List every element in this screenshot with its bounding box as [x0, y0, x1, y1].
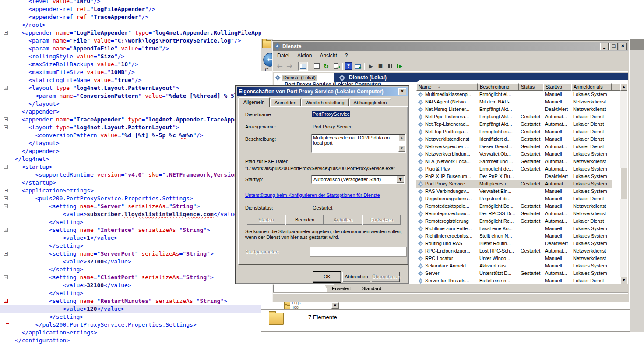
abbrechen-button[interactable]: Abbrechen	[342, 272, 370, 282]
scroll-down-icon[interactable]: ▼	[398, 145, 405, 152]
table-row[interactable]: Netzwerkspeicher-...Dieser Dienst...Gest…	[416, 143, 612, 150]
help-icon[interactable]	[345, 62, 352, 70]
table-cell	[519, 195, 543, 203]
dialog-titlebar[interactable]: Eigenschaften von Port Proxy Service (Lo…	[237, 87, 408, 96]
fold-toggle-icon[interactable]: -	[4, 299, 8, 303]
fold-toggle-icon[interactable]: -	[4, 117, 8, 121]
table-row[interactable]: ServerUnterstützt D...GestartetAutomat..…	[416, 270, 612, 277]
code-editor[interactable]: ------------ <level value="INFO"/><appen…	[0, 0, 261, 345]
table-row[interactable]: Richtlinie zum Entfe...Lässt eine Ko...M…	[416, 225, 612, 232]
scrollbar-thumb[interactable]	[620, 168, 627, 199]
combo-box[interactable]: ▼	[307, 302, 339, 309]
column-header-anmeldenals[interactable]: Anmelden als	[571, 83, 612, 91]
table-cell: Lokaler Dienst	[571, 135, 612, 143]
fold-toggle-icon[interactable]: -	[4, 165, 8, 169]
beenden-button[interactable]: Beenden	[285, 215, 324, 225]
fold-toggle-icon[interactable]: -	[4, 31, 8, 35]
table-row[interactable]: Plug & PlayErmöglicht de...GestartetAuto…	[416, 165, 612, 173]
startup-type-select[interactable]: Automatisch (Verzögerter Start) ▼	[311, 175, 405, 184]
fold-toggle-icon[interactable]: -	[4, 86, 8, 90]
code-line: <setting name="Interface" serializeAs="S…	[15, 226, 261, 234]
fold-toggle-icon[interactable]: -	[4, 196, 8, 200]
service-name-cell: Registrierungsdiens...	[416, 195, 478, 203]
close-button[interactable]: ×	[619, 43, 627, 50]
column-header-beschreibung[interactable]: Beschreibung	[478, 83, 519, 91]
code-token: <appender-ref	[28, 14, 77, 20]
code-line: <maxSizeRollBackups value="10"/>	[15, 60, 261, 68]
service-name-value[interactable]: PortProxyService	[312, 111, 350, 117]
table-row[interactable]: Remotedesktopdie...Ermöglicht Be...Gesta…	[416, 203, 612, 210]
fold-toggle-icon[interactable]: -	[4, 275, 8, 279]
tab-allgemein[interactable]: Allgemein	[238, 97, 270, 107]
pause-service-icon[interactable]	[386, 62, 394, 70]
tab-wiederherstellung[interactable]: Wiederherstellung	[301, 98, 349, 107]
refresh-icon[interactable]	[322, 62, 331, 70]
table-row[interactable]: Routing und RASBietet Routin...Deaktivie…	[416, 240, 612, 247]
table-row[interactable]: PnP-X-IP-Busenum...Der PnP-X-Bu...Deakti…	[416, 173, 612, 180]
start-parameters-input[interactable]	[310, 247, 407, 257]
column-header-name[interactable]: Name▲	[416, 83, 478, 91]
code-token: ">	[203, 227, 210, 233]
table-row[interactable]: Net.Tcp-Portfreiga...Ermöglicht es...Ges…	[416, 128, 612, 135]
startup-options-help-link[interactable]: Unterstützung beim Konfigurieren der Sta…	[245, 192, 380, 198]
extended-view-icon[interactable]	[353, 62, 362, 70]
table-row[interactable]: RAS-Verbindungsv...Verwaltet Ein...Manue…	[416, 188, 612, 195]
table-row[interactable]: RemoteregistrierungErmöglicht Re...Gesta…	[416, 217, 612, 225]
start-service-icon[interactable]	[366, 62, 375, 70]
code-token: <setting	[49, 203, 80, 210]
menu-item-[interactable]: ?	[341, 52, 352, 60]
maximize-button[interactable]: □	[609, 43, 618, 50]
table-row[interactable]: Registrierungsdiens...Registriert di...M…	[416, 195, 612, 203]
tab-abhngigkeiten[interactable]: Abhängigkeiten	[349, 98, 391, 107]
table-row[interactable]: RPC-Endpunktzuor...Löst RPC-Sch...Gestar…	[416, 247, 612, 255]
table-row[interactable]: Net.Pipe-Listenera...Empfängt Akt...Gest…	[416, 113, 612, 121]
minimize-button[interactable]: _	[600, 43, 609, 50]
table-row[interactable]: RPC-LocatorUnter Windo...ManuellNetzwerk…	[416, 255, 612, 262]
tab-anmelden[interactable]: Anmelden	[270, 98, 301, 107]
table-row[interactable]: NAP-Agent (Netwo...Mit dem NAP-...Manuel…	[416, 98, 612, 106]
scroll-up-button[interactable]: ▲	[620, 83, 627, 91]
forward-icon[interactable]	[285, 62, 294, 70]
code-token: ="	[70, 124, 77, 131]
table-row[interactable]: Multimediaklassenpl...Ermöglicht ei...Ma…	[416, 91, 612, 98]
ok-button[interactable]: OK	[313, 272, 341, 282]
table-row[interactable]: Net.Tcp-Listenerad...Empfängt Akt...Gest…	[416, 121, 612, 128]
table-row[interactable]: NLA (Network Loca...Sammelt und ...Gesta…	[416, 158, 612, 165]
chevron-down-icon[interactable]: ▼	[331, 302, 339, 309]
fold-toggle-icon[interactable]: -	[4, 189, 8, 192]
stop-service-icon[interactable]	[376, 62, 385, 70]
table-row[interactable]: Net.Msmq-Listener...Empfängt Akt...Deakt…	[416, 106, 612, 113]
description-field[interactable]: Multiplexes external TCP/IP data on loca…	[311, 134, 406, 153]
vertical-scrollbar[interactable]: ▲ ▼	[620, 83, 627, 284]
service-gear-icon	[419, 175, 422, 178]
fold-toggle-icon[interactable]: -	[4, 204, 8, 208]
view-tab-standard[interactable]: Standard	[355, 285, 388, 292]
menu-item-Datei[interactable]: Datei	[273, 52, 293, 60]
table-row[interactable]: Netzwerkverbindun...Verwaltet Ob...Gesta…	[416, 150, 612, 158]
export-list-icon[interactable]	[331, 62, 340, 70]
table-row[interactable]: Server für Threads...Bietet eine n...Man…	[416, 277, 612, 284]
scroll-up-icon[interactable]: ▲	[398, 135, 405, 141]
scroll-down-button[interactable]: ▼	[620, 277, 627, 284]
back-icon[interactable]	[275, 62, 284, 70]
menu-item-Ansicht[interactable]: Ansicht	[316, 52, 341, 60]
table-row[interactable]: Remoteprozedurau...Der RPCSS-Di...Gestar…	[416, 210, 612, 217]
fold-toggle-icon[interactable]: -	[4, 252, 8, 256]
menu-item-Aktion[interactable]: Aktion	[293, 52, 316, 60]
chevron-down-icon[interactable]: ▼	[397, 176, 404, 183]
fold-toggle-icon[interactable]: -	[4, 228, 8, 232]
properties-icon[interactable]	[312, 62, 321, 70]
titlebar[interactable]: Dienste _□×	[273, 42, 628, 51]
table-row[interactable]: Sekundäre Anmeld...Aktiviert das ...Manu…	[416, 262, 612, 270]
show-tree-icon[interactable]	[298, 62, 308, 71]
column-header-starttyp[interactable]: Starttyp	[543, 83, 571, 91]
view-tab-erweitert[interactable]: Erweitert	[325, 285, 358, 292]
table-row[interactable]: Richtlinienergebniss...Stellt einen N...…	[416, 232, 612, 240]
restart-service-icon[interactable]	[395, 62, 404, 70]
fold-toggle-icon[interactable]: -	[4, 125, 8, 129]
tree-item-dienste-lokal[interactable]: Dienste (Lokal)	[274, 73, 333, 82]
column-header-status[interactable]: Status	[519, 83, 543, 91]
close-icon[interactable]: ×	[398, 88, 406, 95]
table-row[interactable]: Port Proxy ServiceMultiplexes e...Gestar…	[416, 180, 612, 188]
table-row[interactable]: NetzwerklistendienstIdentifiziert d...Ge…	[416, 135, 612, 143]
